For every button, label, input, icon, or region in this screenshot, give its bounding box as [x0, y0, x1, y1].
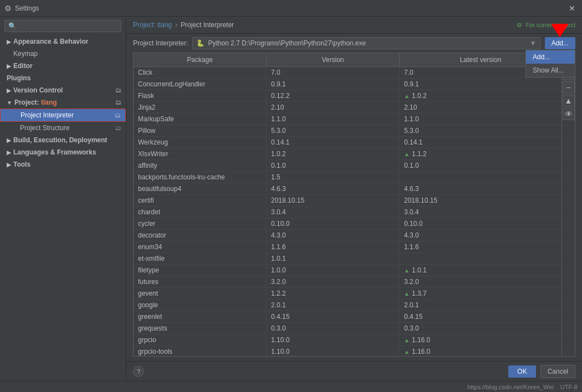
package-latest: ▲1.0.2 — [400, 90, 561, 101]
sidebar-item-label: Keymap — [13, 50, 38, 58]
sidebar-item-label: Tools — [13, 161, 30, 168]
package-version: 0.4.15 — [267, 311, 400, 322]
package-latest — [400, 257, 561, 260]
add-dropdown-item[interactable]: Add... — [526, 50, 575, 64]
table-row[interactable]: affinity 0.1.0 0.1.0 — [134, 160, 561, 172]
status-url: https://blog.csdn.net/Koren_Wei — [467, 384, 554, 390]
package-name: decorator — [134, 230, 267, 241]
table-row[interactable]: grpcio 1.10.0 ▲1.16.0 — [134, 334, 561, 346]
package-version: 0.10.0 — [267, 218, 400, 229]
package-latest: 1.1.0 — [400, 114, 561, 125]
table-row[interactable]: google 2.0.1 2.0.1 — [134, 300, 561, 311]
package-latest: 4.3.0 — [400, 230, 561, 241]
table-row[interactable]: decorator 4.3.0 4.3.0 — [134, 230, 561, 241]
cancel-button[interactable]: Cancel — [540, 365, 575, 378]
package-latest: 0.4.15 — [400, 311, 561, 322]
table-row[interactable]: filetype 1.0.0 ▲1.0.1 — [134, 265, 561, 276]
package-name: et-xmlfile — [134, 253, 267, 264]
sidebar-item-build-execution[interactable]: ▶ Build, Execution, Deployment — [0, 134, 126, 146]
table-row[interactable]: cycler 0.10.0 0.10.0 — [134, 218, 561, 230]
package-name: google — [134, 300, 267, 311]
sidebar-item-appearance-behavior[interactable]: ▶ Appearance & Behavior — [0, 35, 126, 48]
table-row[interactable]: greenlet 0.4.15 0.4.15 — [134, 311, 561, 323]
package-version: 0.1.0 — [267, 160, 400, 171]
table-row[interactable]: chardet 3.0.4 3.0.4 — [134, 207, 561, 218]
table-row[interactable]: backports.functools-lru-cache 1.5 — [134, 172, 561, 183]
package-name: affinity — [134, 160, 267, 171]
sidebar-item-tools[interactable]: ▶ Tools — [0, 158, 126, 171]
packages-body[interactable]: Click 7.0 7.0 ConcurrentLogHandler 0.9.1… — [134, 67, 561, 356]
side-buttons: + − ▲ 👁 — [561, 67, 575, 356]
package-latest: 5.3.0 — [400, 125, 561, 136]
search-input[interactable] — [4, 20, 121, 32]
remove-package-button[interactable]: − — [563, 81, 575, 94]
title-bar: ⚙ Settings ✕ — [0, 0, 582, 17]
package-latest: 2.0.1 — [400, 300, 561, 311]
upgrade-arrow-icon: ▲ — [404, 93, 410, 99]
table-row[interactable]: MarkupSafe 1.1.0 1.1.0 — [134, 114, 561, 125]
sidebar-item-project[interactable]: ▼ Project: tlang 🗂 — [0, 96, 126, 109]
table-row[interactable]: Werkzeug 0.14.1 0.14.1 — [134, 137, 561, 148]
table-row[interactable]: grpcio-tools 1.10.0 ▲1.16.0 — [134, 346, 561, 356]
package-latest: 4.6.3 — [400, 183, 561, 194]
show-all-dropdown-item[interactable]: Show All... — [526, 64, 575, 77]
table-row[interactable]: grequests 0.3.0 0.3.0 — [134, 323, 561, 334]
eye-button[interactable]: 👁 — [563, 108, 575, 120]
sidebar-item-label: Build, Execution, Deployment — [13, 136, 107, 144]
table-row[interactable]: Flask 0.12.2 ▲1.0.2 — [134, 90, 561, 102]
encoding-label: UTF-8 — [560, 384, 578, 390]
interpreter-icon: 🗂 — [115, 112, 121, 118]
chevron-down-icon: ▼ — [7, 100, 12, 106]
help-button[interactable]: ? — [133, 366, 144, 377]
package-latest: ▲1.16.0 — [400, 334, 561, 345]
upgrade-package-button[interactable]: ▲ — [563, 95, 575, 107]
sidebar-item-version-control[interactable]: ▶ Version Control 🗂 — [0, 84, 126, 96]
table-row[interactable]: Jinja2 2.10 2.10 — [134, 102, 561, 114]
chevron-right-icon: ▶ — [7, 63, 11, 69]
ok-button[interactable]: OK — [508, 365, 535, 378]
table-row[interactable]: certifi 2018.10.15 2018.10.15 — [134, 195, 561, 207]
package-latest: ▲1.0.1 — [400, 265, 561, 276]
package-version: 1.10.0 — [267, 346, 400, 356]
package-latest: 0.14.1 — [400, 137, 561, 148]
sidebar-item-label: Appearance & Behavior — [13, 38, 88, 45]
package-version: 1.1.6 — [267, 241, 400, 252]
table-row[interactable]: futures 3.2.0 3.2.0 — [134, 276, 561, 288]
sidebar-item-editor[interactable]: ▶ Editor — [0, 60, 126, 72]
table-row[interactable]: beautifulsoup4 4.6.3 4.6.3 — [134, 183, 561, 195]
python-icon: 🐍 — [196, 39, 205, 47]
table-row[interactable]: Click 7.0 7.0 — [134, 67, 561, 79]
package-name: gevent — [134, 288, 267, 299]
sidebar-item-plugins[interactable]: Plugins — [0, 72, 126, 84]
sidebar-item-languages-frameworks[interactable]: ▶ Languages & Frameworks — [0, 146, 126, 158]
table-row[interactable]: enum34 1.1.6 1.1.6 — [134, 241, 561, 253]
package-version: 3.2.0 — [267, 276, 400, 287]
sidebar-item-project-structure[interactable]: Project Structure 🗂 — [0, 122, 126, 134]
vcs-icon: 🗂 — [115, 87, 121, 94]
package-version: 2.10 — [267, 102, 400, 113]
sidebar-item-keymap[interactable]: Keymap — [0, 48, 126, 60]
package-version: 1.5 — [267, 172, 400, 183]
close-button[interactable]: ✕ — [566, 3, 578, 14]
table-row[interactable]: Pillow 5.3.0 5.3.0 — [134, 125, 561, 137]
interpreter-label: Project Interpreter: — [133, 39, 188, 47]
sidebar-item-project-interpreter[interactable]: Project Interpreter 🗂 — [0, 109, 126, 122]
upgrade-arrow-icon: ▲ — [404, 151, 410, 157]
sidebar: ▶ Appearance & Behavior Keymap ▶ Editor … — [0, 17, 126, 381]
table-row[interactable]: gevent 1.2.2 ▲1.3.7 — [134, 288, 561, 300]
breadcrumb-part1: Project: tlang — [133, 21, 172, 29]
interpreter-select[interactable]: 🐍 Python 2.7 D:\Programs\Python\Python27… — [192, 37, 540, 49]
package-version: 1.10.0 — [267, 334, 400, 345]
upgrade-arrow-icon: ▲ — [404, 349, 410, 355]
chevron-right-icon: ▶ — [7, 87, 11, 94]
breadcrumb-part2: Project Interpreter — [181, 21, 234, 29]
table-row[interactable]: XlsxWriter 1.0.2 ▲1.1.2 — [134, 148, 561, 160]
chevron-right-icon: ▶ — [7, 137, 11, 143]
add-dropdown: Add... Show All... — [525, 50, 575, 78]
package-name: Werkzeug — [134, 137, 267, 148]
sidebar-item-label: Version Control — [13, 86, 63, 94]
table-row[interactable]: ConcurrentLogHandler 0.9.1 0.9.1 — [134, 79, 561, 90]
upgrade-arrow-icon: ▲ — [404, 267, 410, 274]
table-row[interactable]: et-xmlfile 1.0.1 — [134, 253, 561, 265]
package-version: 2018.10.15 — [267, 195, 400, 206]
